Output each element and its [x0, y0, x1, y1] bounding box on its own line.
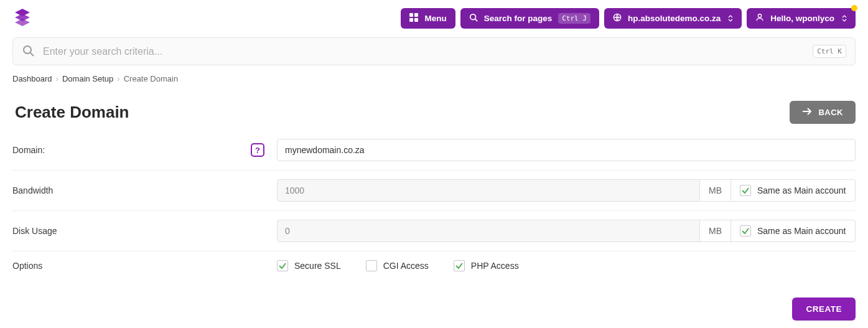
options-label: Options: [12, 261, 42, 271]
user-label: Hello, wponlyco: [770, 14, 834, 23]
menu-button[interactable]: Menu: [401, 8, 455, 29]
chevrons-icon: [842, 15, 847, 22]
disk-unit: MB: [700, 220, 731, 242]
user-menu-button[interactable]: Hello, wponlyco: [747, 8, 856, 29]
svg-rect-2: [409, 18, 413, 22]
svg-rect-3: [414, 18, 418, 22]
search-icon: [22, 44, 34, 59]
notification-dot: [851, 5, 857, 11]
domain-input[interactable]: [277, 139, 856, 161]
search-input[interactable]: [43, 46, 813, 57]
help-icon[interactable]: ?: [251, 143, 264, 157]
checkbox-icon: [740, 225, 751, 237]
svg-rect-0: [409, 13, 413, 17]
search-kbd: Ctrl K: [813, 45, 846, 58]
options-row: Options Secure SSL CGI Access: [12, 251, 856, 280]
cgi-access-checkbox[interactable]: CGI Access: [366, 260, 429, 271]
breadcrumb-item[interactable]: Dashboard: [12, 74, 52, 83]
php-access-checkbox[interactable]: PHP Access: [454, 260, 519, 271]
secure-ssl-checkbox[interactable]: Secure SSL: [277, 260, 341, 271]
chevrons-icon: [728, 15, 733, 22]
checkbox-icon: [277, 260, 288, 271]
app-logo[interactable]: [12, 7, 32, 29]
create-button[interactable]: CREATE: [792, 298, 856, 321]
user-icon: [755, 13, 764, 24]
site-selector-button[interactable]: hp.absolutedemo.co.za: [604, 8, 742, 29]
cgi-access-label: CGI Access: [383, 261, 429, 271]
search-pages-kbd: Ctrl J: [558, 13, 590, 24]
php-access-label: PHP Access: [471, 261, 519, 271]
svg-point-4: [470, 14, 475, 19]
disk-label: Disk Usage: [12, 226, 57, 236]
domain-row: Domain: ?: [12, 130, 856, 171]
bandwidth-unit: MB: [700, 179, 731, 202]
search-icon: [469, 13, 478, 24]
breadcrumb: Dashboard › Domain Setup › Create Domain: [0, 68, 868, 86]
back-button[interactable]: BACK: [790, 101, 856, 124]
bandwidth-same-label: Same as Main account: [757, 185, 846, 195]
menu-label: Menu: [424, 14, 446, 23]
svg-line-5: [475, 19, 477, 21]
site-label: hp.absolutedemo.co.za: [628, 14, 721, 23]
chevron-right-icon: ›: [117, 74, 119, 83]
checkbox-icon: [366, 260, 377, 271]
back-label: BACK: [818, 108, 843, 117]
arrow-forward-icon: [802, 107, 812, 118]
grid-icon: [409, 13, 418, 24]
disk-row: Disk Usage MB Same as Main account: [12, 211, 856, 251]
page-title: Create Domain: [15, 103, 129, 122]
breadcrumb-current: Create Domain: [124, 74, 178, 83]
checkbox-icon: [454, 260, 465, 271]
breadcrumb-item[interactable]: Domain Setup: [62, 74, 113, 83]
svg-rect-1: [414, 13, 418, 17]
search-pages-button[interactable]: Search for pages Ctrl J: [460, 8, 599, 29]
svg-line-9: [30, 53, 34, 56]
search-pages-label: Search for pages: [484, 14, 553, 23]
disk-input: [277, 220, 700, 242]
svg-point-7: [758, 14, 762, 17]
bandwidth-same-checkbox[interactable]: Same as Main account: [731, 179, 856, 202]
svg-point-8: [24, 46, 31, 54]
bandwidth-input: [277, 179, 700, 202]
bandwidth-row: Bandwidth MB Same as Main account: [12, 171, 856, 211]
chevron-right-icon: ›: [56, 74, 58, 83]
secure-ssl-label: Secure SSL: [294, 261, 341, 271]
bandwidth-label: Bandwidth: [12, 185, 53, 195]
globe-icon: [613, 13, 622, 24]
checkbox-icon: [740, 185, 751, 196]
global-search[interactable]: Ctrl K: [12, 37, 856, 65]
domain-label: Domain:: [12, 145, 45, 155]
disk-same-label: Same as Main account: [757, 226, 846, 236]
disk-same-checkbox[interactable]: Same as Main account: [731, 220, 856, 242]
